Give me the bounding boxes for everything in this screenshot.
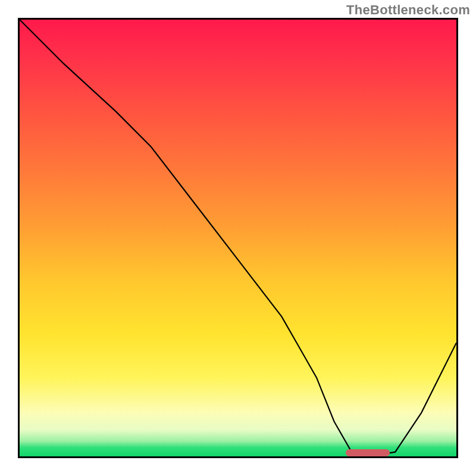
watermark-text: TheBottleneck.com bbox=[346, 2, 470, 18]
bottleneck-curve bbox=[20, 20, 456, 456]
chart-container: TheBottleneck.com bbox=[0, 0, 476, 476]
plot-area bbox=[18, 18, 458, 458]
optimal-range-marker bbox=[346, 449, 390, 456]
curve-svg bbox=[20, 20, 456, 456]
